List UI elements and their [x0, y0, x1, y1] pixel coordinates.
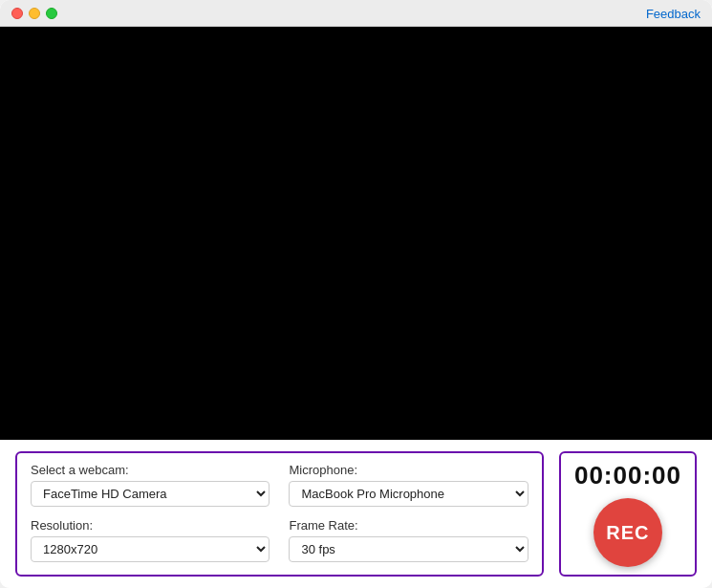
feedback-link[interactable]: Feedback: [646, 6, 701, 20]
framerate-group: Frame Rate: 30 fps 24 fps 60 fps: [289, 518, 528, 566]
framerate-label: Frame Rate:: [289, 518, 528, 533]
rec-button[interactable]: REC: [593, 498, 662, 567]
webcam-select[interactable]: FaceTime HD Camera USB Camera: [31, 481, 270, 507]
resolution-select[interactable]: 1280x720 1920x1080 640x480: [31, 536, 270, 562]
resolution-group: Resolution: 1280x720 1920x1080 640x480: [31, 518, 270, 566]
webcam-label: Select a webcam:: [31, 463, 270, 477]
microphone-group: Microphone: MacBook Pro Microphone Built…: [289, 463, 528, 511]
titlebar: Feedback: [0, 0, 712, 27]
controls-area: Select a webcam: FaceTime HD Camera USB …: [0, 440, 712, 588]
maximize-button[interactable]: [46, 8, 57, 19]
timer-display: 00:00:00: [574, 461, 681, 490]
webcam-group: Select a webcam: FaceTime HD Camera USB …: [31, 463, 270, 511]
rec-panel: 00:00:00 REC: [559, 451, 697, 577]
resolution-label: Resolution:: [31, 518, 270, 533]
minimize-button[interactable]: [29, 8, 40, 19]
microphone-label: Microphone:: [289, 463, 528, 477]
app-window: Feedback Select a webcam: FaceTime HD Ca…: [0, 0, 712, 588]
rec-label: REC: [606, 522, 649, 544]
microphone-select[interactable]: MacBook Pro Microphone Built-in Micropho…: [289, 481, 528, 507]
traffic-lights: [11, 8, 57, 19]
close-button[interactable]: [11, 8, 23, 19]
video-preview: [0, 27, 712, 440]
framerate-select[interactable]: 30 fps 24 fps 60 fps: [289, 536, 528, 562]
settings-box: Select a webcam: FaceTime HD Camera USB …: [15, 451, 544, 577]
